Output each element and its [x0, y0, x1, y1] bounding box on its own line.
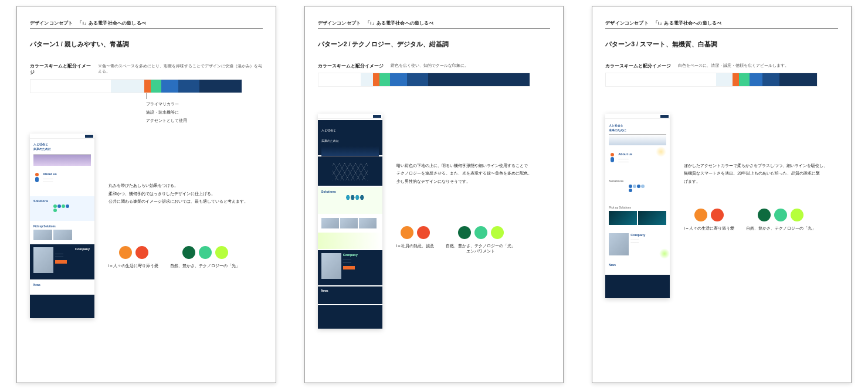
page-pattern-3: デザインコンセプト 「i」ある電子社会への道しるべ パターン3 / スマート、無… — [592, 6, 852, 383]
color-segment-navy — [199, 80, 242, 93]
document-spread: デザインコンセプト 「i」ある電子社会への道しるべ パターン1 / 親しみやすい… — [0, 0, 868, 389]
pattern-description: 丸みを帯びたあしらい効果をつける。 柔和かつ、幾何学的ではっきりしたデザインに仕… — [108, 182, 263, 205]
color-segment-mid — [407, 73, 428, 86]
color-scheme-label: カラースキームと配分イメージ — [30, 63, 91, 76]
mock-news: News — [605, 261, 670, 274]
mock-hero: 人と社会と 未来のために — [605, 120, 670, 148]
mock-footer — [605, 275, 670, 298]
divider — [318, 28, 551, 29]
swatch-group-right: 自然、豊かさ、テクノロジーの「光」 — [746, 209, 816, 231]
site-mockup: 人と社会と 未来のために About us ―――――――――― Solutio… — [30, 134, 94, 318]
mock-nav — [318, 114, 382, 119]
color-scheme-label: カラースキームと配分イメージ — [605, 63, 671, 69]
description-column: 暗い紺色の下地の上に、明るい幾何学形態や細いライン使用することで テクノロジーを… — [396, 114, 551, 329]
primary-color-annotation: プライマリカラー 施設・装水機等に アクセントとして使用 — [146, 93, 263, 123]
pattern-title: パターン2 / テクノロジー、デジタル、紺基調 — [318, 40, 551, 49]
color-scheme-note: 白色をベースに、清潔・誠意・信頼を広くアピールします。 — [678, 63, 789, 69]
color-scheme-row: カラースキームと配分イメージ 紺色を広く使い、知的でクールな印象に。 — [318, 63, 551, 69]
swatch-row: i＝社員の熱意、誠意 自然、豊かさ、テクノロジーの「光」 エンパワメント — [396, 226, 551, 254]
pattern-title: パターン1 / 親しみやすい、青基調 — [30, 40, 263, 49]
mock-pickup: Pick up Solutions — [605, 203, 670, 229]
design-concept: デザインコンセプト 「i」ある電子社会への道しるべ — [30, 21, 263, 26]
color-segment-orange — [144, 80, 151, 93]
swatch-dot — [694, 209, 707, 221]
color-scheme-note: 紺色を広く使い、知的でクールな印象に。 — [391, 63, 469, 69]
mock-nav — [605, 114, 670, 119]
color-segment-orange — [733, 73, 739, 86]
color-ratio-bar — [30, 79, 242, 93]
mock-solutions: Solutions — [30, 196, 94, 221]
color-segment-blue — [750, 73, 762, 86]
divider — [605, 28, 838, 29]
pattern-description: 暗い紺色の下地の上に、明るい幾何学形態や細いライン使用することで テクノロジーを… — [396, 162, 551, 185]
mock-footer — [30, 295, 94, 318]
color-segment-white — [30, 80, 111, 93]
swatch-dot — [791, 209, 803, 221]
page-pattern-1: デザインコンセプト 「i」ある電子社会への道しるべ パターン1 / 親しみやすい… — [16, 6, 276, 383]
description-column: ぼかしたアクセントカラーで柔らかさをプラスしつつ、細いラインを駆使し、 無機質な… — [684, 114, 838, 298]
color-segment-green — [151, 80, 161, 93]
mock-hero: 人と社会と 未来のために — [30, 140, 94, 168]
color-segment-navy — [428, 73, 530, 86]
color-segment-mid — [178, 80, 199, 93]
design-concept: デザインコンセプト 「i」ある電子社会への道しるべ — [318, 21, 551, 26]
pattern-title: パターン3 / スマート、無機質、白基調 — [605, 40, 838, 49]
color-segment-navy — [779, 73, 818, 86]
description-column: 丸みを帯びたあしらい効果をつける。 柔和かつ、幾何学的ではっきりしたデザインに仕… — [108, 134, 263, 318]
swatch-dot — [182, 246, 195, 259]
mock-grid — [318, 156, 382, 186]
swatch-dot — [199, 246, 212, 259]
color-segment-orange — [373, 73, 379, 86]
color-segment-pale — [111, 80, 145, 93]
swatch-dot — [458, 226, 471, 239]
mock-hero: 人と社会と 未来のために — [318, 120, 382, 155]
swatch-row: i＝人々の生活に寄り添う愛 自然、豊かさ、テクノロジーの「光」 — [108, 246, 263, 269]
swatch-dot — [215, 246, 228, 259]
swatch-group-right: 自然、豊かさ、テクノロジーの「光」 エンパワメント — [446, 226, 516, 254]
swatch-dot — [774, 209, 787, 221]
mock-company: Company ―――――――― — [30, 244, 94, 279]
mock-company: Company ―――――――― — [605, 230, 670, 260]
swatch-row: i＝人々の生活に寄り添う愛 自然、豊かさ、テクノロジーの「光」 — [684, 209, 838, 231]
swatch-group-left: i＝人々の生活に寄り添う愛 — [108, 246, 158, 269]
color-scheme-row: カラースキームと配分イメージ 白色をベースに、清潔・誠意・信頼を広くアピールしま… — [605, 63, 838, 69]
mock-about: About us ―――――――――― — [30, 169, 94, 195]
body-row: 人と社会と 未来のために About us ―――――――――― Solutio… — [605, 114, 838, 298]
swatch-dot — [711, 209, 724, 221]
mock-company: Company ―――――――― — [318, 250, 382, 285]
swatch-dot — [135, 246, 148, 259]
i-icon — [33, 173, 40, 182]
divider — [30, 28, 263, 29]
color-segment-white — [318, 73, 361, 86]
color-segment-white — [606, 73, 716, 86]
color-segment-green — [739, 73, 750, 86]
site-mockup: 人と社会と 未来のために Solutions Company — [318, 114, 382, 329]
mock-solutions: Solutions — [318, 187, 382, 214]
mock-footer — [318, 305, 382, 329]
body-row: 人と社会と 未来のために Solutions Company — [318, 114, 551, 329]
body-row: 人と社会と 未来のために About us ―――――――――― Solutio… — [30, 134, 263, 318]
swatch-group-left: i＝人々の生活に寄り添う愛 — [684, 209, 734, 231]
color-segment-blue — [161, 80, 178, 93]
mock-nav — [30, 134, 94, 139]
pattern-description: ぼかしたアクセントカラーで柔らかさをプラスしつつ、細いラインを駆使し、 無機質な… — [684, 162, 838, 185]
i-icon — [609, 153, 616, 162]
color-segment-pale — [361, 73, 374, 86]
mock-pickup: Pick up Solutions — [30, 222, 94, 243]
color-scheme-row: カラースキームと配分イメージ ※色〜青のスペースを多めにとり、彩度を抑味すること… — [30, 63, 263, 76]
swatch-dot — [401, 226, 413, 239]
swatch-dot — [474, 226, 487, 239]
swatch-group-right: 自然、豊かさ、テクノロジーの「光」 — [170, 246, 240, 269]
mock-about: About us ―――――――――― — [605, 149, 670, 175]
color-ratio-bar — [318, 73, 530, 87]
mock-solutions: Solutions — [605, 176, 670, 202]
mock-news: News — [318, 286, 382, 304]
color-scheme-label: カラースキームと配分イメージ — [318, 63, 384, 69]
design-concept: デザインコンセプト 「i」ある電子社会への道しるべ — [605, 21, 838, 26]
swatch-dot — [417, 226, 430, 239]
mock-news: News — [30, 281, 94, 294]
color-segment-blue — [390, 73, 407, 86]
site-mockup: 人と社会と 未来のために About us ―――――――――― Solutio… — [605, 114, 670, 298]
color-segment-mid — [762, 73, 779, 86]
swatch-dot — [491, 226, 504, 239]
